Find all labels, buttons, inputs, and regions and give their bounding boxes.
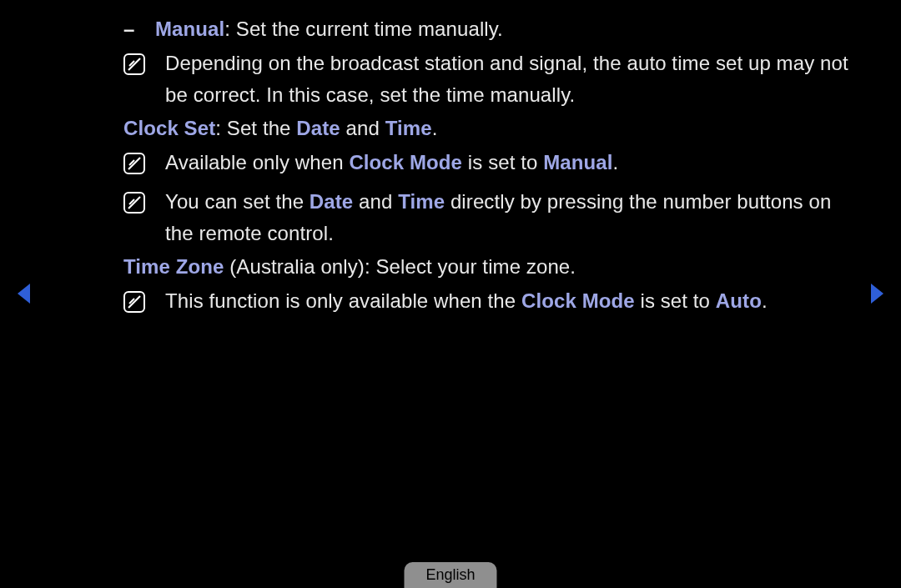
note3-b: Date (310, 190, 353, 213)
clock-set-time: Time (385, 117, 432, 139)
note3-a: You can set the (165, 190, 310, 213)
clock-set-and: and (340, 117, 385, 139)
note2-b: Clock Mode (349, 151, 462, 173)
note3-c: and (353, 190, 398, 213)
note-icon (123, 147, 165, 183)
clock-set-mid: : Set the (215, 117, 296, 139)
clock-set-date: Date (296, 117, 340, 139)
note-row-3: You can set the Date and Time directly b… (123, 186, 858, 249)
manual-content: – Manual: Set the current time manually.… (123, 13, 858, 322)
clock-set-label: Clock Set (123, 117, 215, 139)
note2-c: is set to (462, 151, 543, 173)
svg-marker-4 (18, 284, 30, 304)
note4-e: . (762, 289, 768, 312)
clock-set-end: . (432, 117, 438, 139)
note-row-4: This function is only available when the… (123, 285, 858, 322)
note2-d: Manual (543, 151, 612, 173)
note-2-text: Available only when Clock Mode is set to… (165, 147, 618, 183)
note2-a: Available only when (165, 151, 349, 173)
note3-d: Time (398, 190, 445, 213)
note4-b: Clock Mode (521, 289, 635, 312)
note-4-text: This function is only available when the… (165, 285, 768, 322)
time-zone-rest: (Australia only): Select your time zone. (224, 255, 576, 278)
note-3-text: You can set the Date and Time directly b… (165, 186, 858, 249)
previous-page-arrow[interactable] (15, 282, 33, 305)
clock-set-row: Clock Set: Set the Date and Time. (123, 113, 858, 144)
time-zone-row: Time Zone (Australia only): Select your … (123, 251, 858, 283)
svg-marker-5 (871, 284, 883, 304)
manual-option-row: – Manual: Set the current time manually. (123, 13, 858, 45)
note-icon (123, 285, 165, 322)
note4-c: is set to (635, 289, 716, 312)
note-icon (123, 48, 165, 111)
manual-label: Manual (155, 18, 224, 40)
note4-a: This function is only available when the (165, 289, 521, 312)
language-indicator[interactable]: English (404, 562, 496, 588)
next-page-arrow[interactable] (868, 282, 886, 305)
manual-text: Manual: Set the current time manually. (155, 13, 503, 45)
time-zone-label: Time Zone (123, 255, 224, 278)
note-row-2: Available only when Clock Mode is set to… (123, 147, 858, 183)
note-row-1: Depending on the broadcast station and s… (123, 48, 858, 111)
manual-desc: : Set the current time manually. (224, 18, 503, 40)
note-1-text: Depending on the broadcast station and s… (165, 48, 858, 111)
note2-e: . (612, 151, 618, 173)
dash-bullet: – (123, 13, 155, 45)
note-icon (123, 186, 165, 249)
note4-d: Auto (716, 289, 762, 312)
